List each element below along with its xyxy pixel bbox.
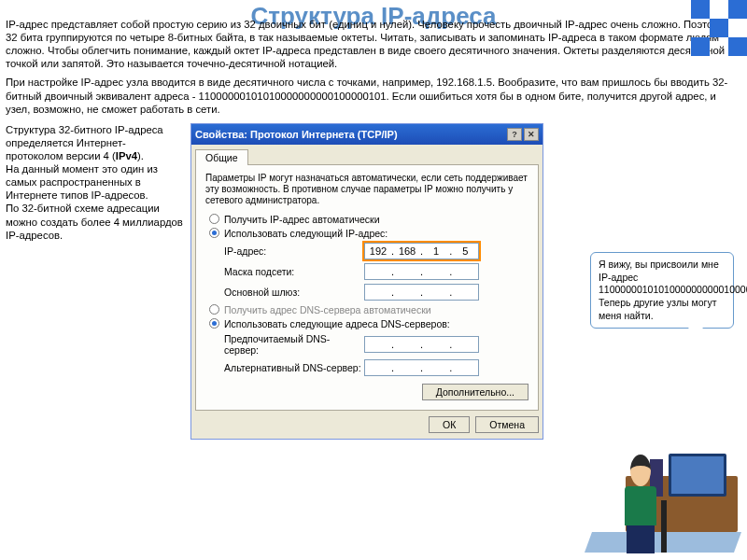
paragraph-1: IP-адрес представляет собой простую сери… bbox=[0, 18, 747, 70]
tcpip-properties-dialog: Свойства: Протокол Интернета (TCP/IP) ? … bbox=[190, 123, 543, 440]
ip-address-input[interactable]: 192. 168. 1. 5 bbox=[364, 243, 479, 259]
left-column: Структура 32-битного IP-адреса определяе… bbox=[6, 123, 183, 440]
paragraph-2: При настройке IP-адрес узла вводится в в… bbox=[0, 70, 747, 115]
preferred-dns-input[interactable]: ... bbox=[364, 336, 479, 353]
radio-icon bbox=[209, 304, 219, 315]
radio-icon bbox=[209, 318, 219, 329]
radio-auto-ip[interactable]: Получить IP-адрес автоматически bbox=[209, 214, 529, 225]
radio-auto-dns: Получить адрес DNS-сервера автоматически bbox=[209, 304, 529, 315]
radio-auto-dns-label: Получить адрес DNS-сервера автоматически bbox=[224, 304, 431, 315]
dialog-description: Параметры IP могут назначаться автоматич… bbox=[205, 173, 529, 206]
illustration bbox=[588, 417, 738, 553]
advanced-button[interactable]: Дополнительно... bbox=[422, 384, 529, 400]
ipv4-bold: IPv4 bbox=[116, 150, 137, 161]
subnet-mask-input[interactable]: ... bbox=[364, 263, 479, 280]
decor-squares bbox=[672, 0, 747, 75]
dns1-label: Предпочитаемый DNS-сервер: bbox=[224, 333, 364, 356]
dns2-label: Альтернативный DNS-сервер: bbox=[224, 362, 364, 373]
mask-label: Маска подсети: bbox=[224, 266, 364, 277]
gateway-label: Основной шлюз: bbox=[224, 287, 364, 298]
alternate-dns-input[interactable]: ... bbox=[364, 359, 479, 376]
slide: Структура IP-адреса IP-адрес представляе… bbox=[0, 0, 747, 560]
left-text-3: По 32-битной схеме адресации можно созда… bbox=[6, 203, 183, 240]
gateway-input[interactable]: ... bbox=[364, 284, 479, 301]
dialog-titlebar[interactable]: Свойства: Протокол Интернета (TCP/IP) ? … bbox=[191, 124, 543, 145]
radio-manual-dns-label: Использовать следующие адреса DNS-сервер… bbox=[224, 318, 450, 329]
radio-manual-ip[interactable]: Использовать следующий IP-адрес: bbox=[209, 228, 529, 239]
close-icon[interactable]: ✕ bbox=[524, 128, 539, 141]
speech-bubble: Я вижу, вы присвоили мне IP-адрес 110000… bbox=[590, 252, 734, 329]
radio-icon bbox=[209, 228, 219, 238]
tab-general[interactable]: Общие bbox=[195, 149, 248, 165]
radio-manual-ip-label: Использовать следующий IP-адрес: bbox=[224, 228, 388, 239]
radio-auto-ip-label: Получить IP-адрес автоматически bbox=[224, 214, 380, 225]
cancel-button[interactable]: Отмена bbox=[475, 416, 539, 433]
ok-button[interactable]: ОК bbox=[429, 416, 470, 433]
left-text-1c: ). bbox=[137, 150, 144, 161]
dialog-title: Свойства: Протокол Интернета (TCP/IP) bbox=[195, 129, 398, 140]
radio-manual-dns[interactable]: Использовать следующие адреса DNS-сервер… bbox=[209, 318, 529, 329]
help-icon[interactable]: ? bbox=[507, 128, 522, 141]
radio-icon bbox=[209, 214, 219, 224]
left-text-2: На данный момент это один из самых распр… bbox=[6, 163, 158, 201]
tab-content: Параметры IP могут назначаться автоматич… bbox=[195, 164, 539, 411]
ip-label: IP-адрес: bbox=[224, 245, 364, 257]
